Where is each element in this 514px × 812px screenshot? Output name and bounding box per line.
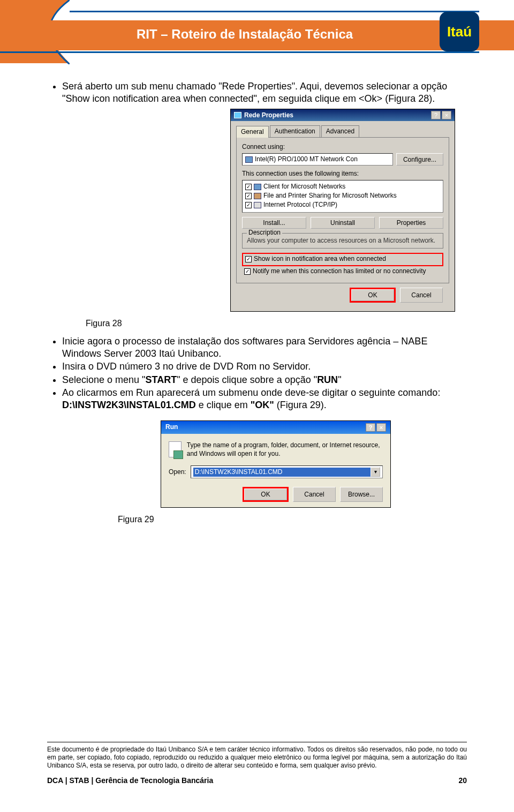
close-button[interactable]: × xyxy=(442,111,451,119)
run-description: Type the name of a program, folder, docu… xyxy=(187,441,383,458)
figure-28-caption: Figura 28 xyxy=(86,318,466,329)
fileprint-icon xyxy=(254,193,261,199)
show-icon-checkbox[interactable]: ✓ xyxy=(245,256,252,262)
bullet-2b: Insira o DVD número 3 no drive de DVD Ro… xyxy=(62,360,466,373)
rede-properties-dialog: Rede Properties ? × General Authenticati… xyxy=(230,109,455,312)
run-titlebar: Run ? × xyxy=(161,421,390,434)
cancel-button[interactable]: Cancel xyxy=(400,288,443,303)
list-item: ✓File and Printer Sharing for Microsoft … xyxy=(245,192,440,200)
header-top-line xyxy=(70,11,479,12)
tab-advanced[interactable]: Advanced xyxy=(321,125,359,137)
tab-authentication[interactable]: Authentication xyxy=(270,125,320,137)
itau-logo: Itaú xyxy=(440,12,479,51)
run-icon xyxy=(169,441,182,457)
doc-title: RIT – Roteiro de Instalação Técnica xyxy=(137,27,353,42)
dropdown-arrow-icon[interactable]: ▾ xyxy=(371,467,380,477)
description-text: Allows your computer to access resources… xyxy=(247,237,439,245)
figure-29-caption: Figura 29 xyxy=(118,514,466,525)
notify-label: Notify me when this connection has limit… xyxy=(253,267,426,275)
tcpip-icon xyxy=(254,202,261,208)
description-group-label: Description xyxy=(247,229,282,237)
bullet-2a: Inicie agora o processo de instalação do… xyxy=(62,335,466,359)
checkbox-icon[interactable]: ✓ xyxy=(245,202,252,208)
run-cancel-button[interactable]: Cancel xyxy=(293,487,336,502)
bullet-4: Ao clicarmos em Run aparecerá um submenu… xyxy=(62,387,466,411)
dialog-title-text: Rede Properties xyxy=(244,111,293,119)
page-number: 20 xyxy=(458,776,467,786)
notify-checkbox[interactable]: ✓ xyxy=(244,268,251,275)
install-button[interactable]: Install... xyxy=(242,217,306,229)
list-item: ✓Client for Microsoft Networks xyxy=(245,183,440,191)
items-listbox[interactable]: ✓Client for Microsoft Networks ✓File and… xyxy=(242,180,443,213)
run-browse-button[interactable]: Browse... xyxy=(340,487,383,502)
bullet-1: Será aberto um sub menu chamado "Rede Pr… xyxy=(62,80,466,104)
uninstall-button[interactable]: Uninstall xyxy=(311,217,375,229)
uses-items-label: This connection uses the following items… xyxy=(242,170,443,178)
adapter-field: Intel(R) PRO/1000 MT Network Con xyxy=(242,153,393,166)
help-button[interactable]: ? xyxy=(366,423,375,432)
open-combobox[interactable]: D:\INSTW2K3\INSTAL01.CMD ▾ xyxy=(191,465,383,478)
footer-disclaimer: Este documento é de propriedade do Itaú … xyxy=(47,746,467,770)
run-dialog: Run ? × Type the name of a program, fold… xyxy=(161,420,391,508)
help-button[interactable]: ? xyxy=(431,111,441,119)
properties-button[interactable]: Properties xyxy=(379,217,443,229)
tab-general[interactable]: General xyxy=(236,126,269,138)
checkbox-icon[interactable]: ✓ xyxy=(245,184,252,190)
footer-department: DCA | STAB | Gerência de Tecnologia Banc… xyxy=(47,776,213,786)
open-label: Open: xyxy=(169,468,186,476)
dialog-titlebar: Rede Properties ? × xyxy=(231,109,455,121)
run-ok-button[interactable]: OK xyxy=(244,488,287,500)
ok-button[interactable]: OK xyxy=(351,289,394,301)
configure-button[interactable]: Configure... xyxy=(396,153,443,166)
list-item: ✓Internet Protocol (TCP/IP) xyxy=(245,201,440,209)
client-icon xyxy=(254,184,261,190)
connect-using-label: Connect using: xyxy=(242,143,443,151)
checkbox-icon[interactable]: ✓ xyxy=(245,193,252,199)
header-bottom-line xyxy=(0,51,479,53)
adapter-icon xyxy=(245,156,253,163)
show-icon-label: Show icon in notification area when conn… xyxy=(254,255,386,263)
bullet-3: Selecione o menu "START" e depois clique… xyxy=(62,374,466,386)
net-icon xyxy=(234,112,241,118)
close-button[interactable]: × xyxy=(376,423,386,432)
footer-divider xyxy=(47,742,467,742)
